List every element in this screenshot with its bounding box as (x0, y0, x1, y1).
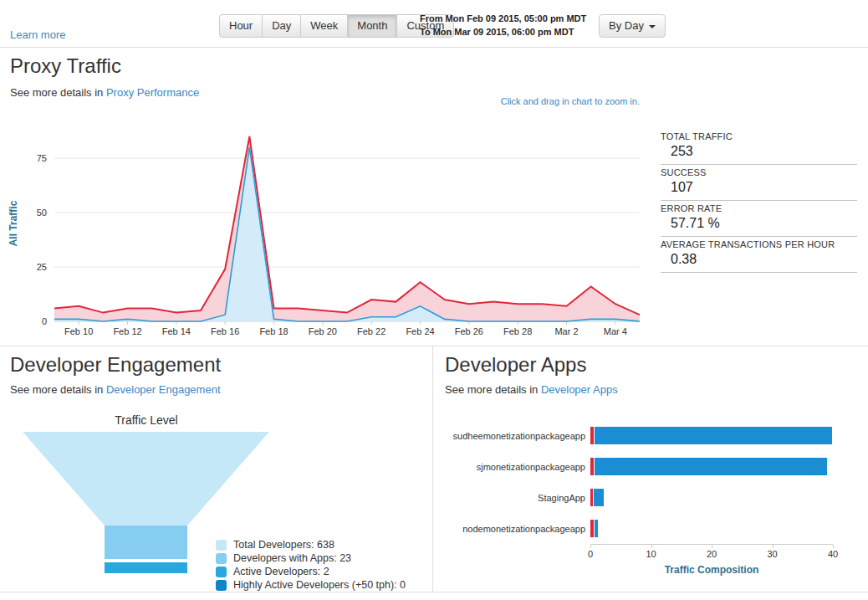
date-to: To Mon Mar 09 2015, 06:00 pm MDT (420, 26, 586, 39)
developer-engagement-section: Developer Engagement See more details in… (0, 346, 433, 592)
zoom-hint: Click and drag in chart to zoom in. (501, 96, 640, 106)
subtitle-text: See more details in (445, 383, 541, 396)
svg-text:All Traffic: All Traffic (8, 200, 19, 246)
developer-engagement-subtitle: See more details in Developer Engagement (10, 383, 221, 396)
bottom-panels: Developer Engagement See more details in… (0, 346, 868, 592)
svg-text:Mar 2: Mar 2 (554, 326, 578, 336)
axis-tick-mark (712, 545, 712, 548)
bar-row: nodemonetizationpackageapp (433, 513, 843, 544)
svg-text:Feb 24: Feb 24 (406, 326, 434, 336)
stat-label: ERROR RATE (661, 203, 857, 213)
axis-tick-mark (773, 545, 774, 548)
stat-label: SUCCESS (661, 167, 857, 177)
apps-bars: sudheemonetizationpackageappsjmonetizati… (433, 420, 843, 544)
svg-text:Feb 26: Feb 26 (455, 326, 483, 336)
svg-text:25: 25 (37, 262, 47, 272)
granularity-dropdown[interactable]: By Day (599, 14, 666, 38)
axis-tick-label: 20 (707, 549, 717, 559)
proxy-performance-link[interactable]: Proxy Performance (106, 86, 199, 99)
learn-more-link[interactable]: Learn more (10, 28, 65, 41)
svg-text:Feb 18: Feb 18 (259, 326, 288, 336)
stat-success: SUCCESS107 (661, 165, 857, 201)
developer-apps-title: Developer Apps (445, 353, 586, 377)
bar-label: sjmonetizationpackageapp (433, 462, 590, 472)
bar-label: StagingApp (433, 493, 590, 503)
range-button-hour[interactable]: Hour (219, 14, 263, 38)
legend-swatch-icon (216, 567, 227, 577)
funnel-legend: Total Developers: 638Developers with App… (216, 538, 406, 592)
axis-tick-mark (833, 545, 834, 548)
error-bar-segment (590, 520, 594, 537)
svg-text:Mar 4: Mar 4 (604, 326, 627, 336)
developer-apps-chart: sudheemonetizationpackageappsjmonetizati… (433, 420, 843, 576)
svg-text:Feb 14: Feb 14 (162, 326, 191, 336)
stat-value: 107 (671, 180, 857, 195)
legend-label: Highly Active Developers (+50 tph): 0 (233, 579, 406, 591)
proxy-traffic-chart[interactable]: 0255075Feb 10Feb 12Feb 14Feb 16Feb 18Feb… (0, 118, 648, 346)
app-traffic-bar[interactable] (590, 458, 832, 475)
bar-row: sudheemonetizationpackageapp (433, 420, 843, 451)
app-traffic-bar[interactable] (590, 489, 832, 506)
developer-apps-subtitle: See more details in Developer Apps (445, 383, 618, 396)
bar-label: nodemonetizationpackageapp (433, 524, 590, 534)
stat-value: 253 (671, 144, 857, 159)
svg-text:Feb 28: Feb 28 (503, 326, 532, 336)
legend-swatch-icon (216, 553, 227, 564)
app-traffic-bar[interactable] (590, 520, 832, 537)
granularity-label: By Day (609, 19, 644, 32)
svg-text:Feb 10: Feb 10 (64, 326, 93, 336)
traffic-stats-panel: TOTAL TRAFFIC253SUCCESS107ERROR RATE57.7… (661, 129, 857, 273)
apps-x-axis-label: Traffic Composition (590, 564, 833, 576)
range-button-week[interactable]: Week (300, 14, 348, 38)
stat-label: TOTAL TRAFFIC (661, 131, 857, 141)
developer-engagement-link[interactable]: Developer Engagement (106, 383, 221, 396)
legend-swatch-icon (216, 580, 227, 591)
developer-engagement-title: Developer Engagement (10, 353, 221, 377)
legend-item: Developers with Apps: 23 (216, 551, 406, 565)
proxy-traffic-section: Proxy Traffic See more details in Proxy … (0, 48, 868, 346)
bar-row: StagingApp (433, 482, 843, 513)
legend-item: Highly Active Developers (+50 tph): 0 (216, 578, 406, 592)
stat-average-transactions-per-hour: AVERAGE TRANSACTIONS PER HOUR0.38 (661, 237, 857, 273)
caret-down-icon (649, 25, 656, 28)
axis-tick-label: 10 (646, 549, 656, 559)
success-bar-segment (595, 458, 827, 475)
success-bar-segment (595, 520, 598, 537)
svg-text:Feb 12: Feb 12 (113, 326, 141, 336)
bar-label: sudheemonetizationpackageapp (433, 431, 590, 441)
legend-label: Active Developers: 2 (233, 566, 329, 577)
bar-row: sjmonetizationpackageapp (433, 451, 843, 482)
funnel-title: Traffic Level (21, 413, 272, 427)
axis-tick-mark (651, 545, 652, 548)
svg-text:75: 75 (37, 153, 47, 163)
legend-label: Total Developers: 638 (233, 539, 334, 551)
developer-apps-link[interactable]: Developer Apps (541, 383, 618, 396)
stat-label: AVERAGE TRANSACTIONS PER HOUR (661, 239, 857, 249)
svg-text:Feb 20: Feb 20 (309, 326, 337, 336)
legend-label: Developers with Apps: 23 (233, 552, 351, 564)
subtitle-text: See more details in (10, 383, 106, 396)
stat-total-traffic: TOTAL TRAFFIC253 (661, 129, 857, 165)
svg-text:50: 50 (37, 208, 47, 218)
app-traffic-bar[interactable] (590, 427, 832, 444)
svg-text:Feb 16: Feb 16 (211, 326, 239, 336)
range-button-day[interactable]: Day (262, 14, 301, 38)
developer-apps-section: Developer Apps See more details in Devel… (433, 346, 868, 592)
topbar: Learn more HourDayWeekMonthCustom From M… (0, 0, 868, 48)
apps-x-axis: 010203040 (590, 544, 833, 561)
error-bar-segment (590, 489, 593, 506)
date-from: From Mon Feb 09 2015, 05:00 pm MDT (420, 13, 586, 26)
svg-text:Feb 22: Feb 22 (357, 326, 385, 336)
stat-value: 0.38 (671, 252, 857, 267)
svg-text:0: 0 (42, 316, 47, 326)
proxy-traffic-subtitle: See more details in Proxy Performance (10, 86, 199, 99)
range-button-month[interactable]: Month (347, 14, 397, 38)
legend-item: Total Developers: 638 (216, 538, 406, 551)
date-range: From Mon Feb 09 2015, 05:00 pm MDT To Mo… (420, 13, 586, 39)
error-bar-segment (590, 427, 594, 444)
analytics-dashboard: Learn more HourDayWeekMonthCustom From M… (0, 0, 868, 600)
subtitle-text: See more details in (10, 86, 106, 99)
legend-item: Active Developers: 2 (216, 565, 406, 578)
proxy-traffic-title: Proxy Traffic (10, 54, 121, 78)
axis-tick-label: 40 (828, 549, 838, 559)
